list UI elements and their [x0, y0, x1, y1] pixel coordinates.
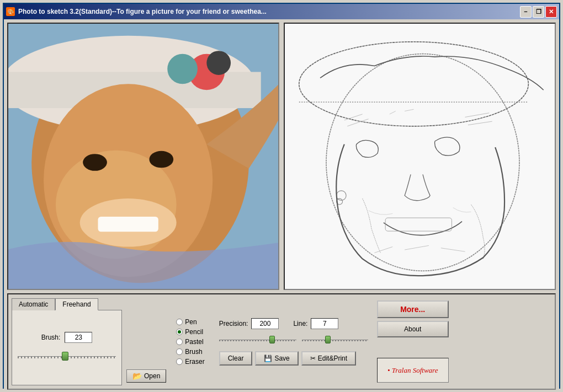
window-title: Photo to sketch 3.2(Standard)--To figure…: [18, 8, 520, 15]
photo-panel: [7, 23, 279, 290]
close-button[interactable]: ✕: [545, 6, 557, 18]
line-track: [302, 340, 368, 341]
tab-content: Brush:: [12, 310, 122, 385]
edit-icon: ✂: [310, 355, 316, 362]
action-buttons: Clear 💾 Save ✂ Edit&Print: [219, 351, 368, 366]
eraser-label: Eraser: [185, 358, 204, 366]
logo-text: • Tralan Software: [387, 366, 438, 375]
minimize-button[interactable]: −: [520, 6, 532, 18]
brush-input[interactable]: [65, 332, 92, 343]
open-section: 📂 Open: [126, 298, 166, 385]
edit-print-button[interactable]: ✂ Edit&Print: [301, 351, 356, 366]
svg-rect-10: [98, 217, 158, 232]
brush-slider[interactable]: [18, 348, 116, 364]
save-button[interactable]: 💾 Save: [255, 351, 298, 366]
sketch-image: [285, 24, 555, 289]
svg-point-12: [149, 151, 173, 168]
main-window: 🎨 Photo to sketch 3.2(Standard)--To figu…: [3, 3, 560, 389]
folder-icon: 📂: [132, 372, 142, 380]
precision-thumb[interactable]: [269, 336, 275, 343]
precision-track: [219, 340, 296, 341]
precision-input[interactable]: [251, 318, 279, 329]
line-thumb[interactable]: [325, 336, 331, 343]
brush-slider-thumb[interactable]: [62, 352, 68, 361]
clear-button[interactable]: Clear: [219, 351, 253, 366]
open-button[interactable]: 📂 Open: [126, 369, 166, 383]
radio-eraser[interactable]: Eraser: [176, 358, 204, 366]
more-button[interactable]: More...: [377, 300, 449, 318]
save-icon: 💾: [264, 355, 272, 362]
eraser-radio[interactable]: [176, 358, 183, 365]
svg-point-5: [167, 54, 198, 84]
window-controls: − ❐ ✕: [520, 6, 557, 18]
tabs: Automatic Freehand: [12, 298, 122, 310]
app-icon: 🎨: [6, 7, 15, 16]
window-body: Automatic Freehand Brush: �: [4, 19, 559, 392]
tab-section: Automatic Freehand Brush:: [12, 298, 122, 385]
logo-area: • Tralan Software: [377, 358, 449, 383]
tab-automatic[interactable]: Automatic: [12, 298, 55, 310]
pastel-label: Pastel: [185, 338, 203, 346]
pencil-label: Pencil: [185, 328, 203, 336]
radio-brush[interactable]: Brush: [176, 348, 204, 356]
radio-pencil[interactable]: Pencil: [176, 328, 204, 336]
line-input[interactable]: [311, 318, 338, 329]
pastel-radio[interactable]: [176, 339, 183, 345]
restore-button[interactable]: ❐: [533, 6, 544, 18]
radio-pastel[interactable]: Pastel: [176, 338, 204, 346]
about-button[interactable]: About: [377, 321, 449, 337]
images-area: [7, 23, 556, 290]
bottom-controls: Automatic Freehand Brush: �: [7, 293, 556, 390]
sketch-panel: [284, 23, 556, 290]
line-label: Line:: [293, 320, 307, 327]
tab-freehand[interactable]: Freehand: [55, 298, 98, 310]
radio-section: Pen Pencil Pastel Brush Eraser: [171, 298, 210, 385]
svg-point-11: [83, 154, 107, 171]
brush-radio[interactable]: [176, 348, 183, 355]
photo-image: [8, 24, 278, 289]
precision-slider[interactable]: [219, 334, 296, 347]
pencil-radio[interactable]: [176, 329, 183, 335]
brush-label: Brush:: [41, 334, 61, 341]
right-section: More... About • Tralan Software: [377, 298, 449, 385]
logo-name: Tralan Software: [392, 366, 438, 374]
brush-row: Brush:: [41, 332, 93, 343]
save-label: Save: [274, 355, 289, 362]
precision-section: Precision: Line:: [215, 298, 373, 385]
precision-label: Precision:: [219, 320, 248, 327]
brush-tool-label: Brush: [185, 348, 202, 356]
clear-label: Clear: [228, 355, 244, 362]
radio-pen[interactable]: Pen: [176, 318, 204, 326]
line-slider[interactable]: [302, 334, 368, 347]
pen-radio[interactable]: [176, 319, 183, 325]
edit-print-label: Edit&Print: [318, 355, 347, 362]
svg-point-6: [206, 51, 231, 75]
pen-label: Pen: [185, 318, 196, 326]
open-label: Open: [144, 372, 160, 380]
title-bar: 🎨 Photo to sketch 3.2(Standard)--To figu…: [4, 4, 559, 19]
precision-row: Precision: Line:: [219, 318, 368, 329]
